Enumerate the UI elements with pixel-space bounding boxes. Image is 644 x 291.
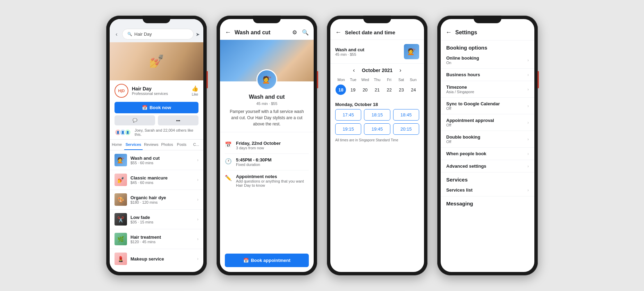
p4-setting-when-people-book[interactable]: When people book › [441, 148, 534, 160]
p4-setting-advanced[interactable]: Advanced settings › [441, 160, 534, 173]
p3-time-1945[interactable]: 19:45 [364, 123, 390, 135]
p4-online-booking-value: On [446, 61, 479, 65]
p1-share-icon[interactable]: ➤ [196, 32, 200, 37]
p4-page-title: Settings [455, 29, 477, 36]
p3-date-22[interactable]: 22 [384, 85, 395, 95]
p4-appointment-approval-value: Off [446, 123, 494, 127]
p1-search-input[interactable]: 🔍 Hair Day [122, 29, 194, 39]
p1-nav-more[interactable]: C... [189, 140, 203, 150]
p1-service-price-treat: $120 · 45 mins [130, 240, 194, 244]
phone-notch-3 [363, 16, 391, 23]
p3-time-1745[interactable]: 17:45 [335, 109, 361, 121]
p3-time-slots: 17:45 18:15 18:45 19:15 19:45 20:15 [330, 109, 424, 135]
p3-date-20[interactable]: 20 [360, 85, 370, 95]
p1-nav-reviews[interactable]: Reviews [143, 140, 160, 150]
p4-setting-appointment-approval[interactable]: Appointment approval Off › [441, 114, 534, 131]
p1-nav-services[interactable]: Services [124, 140, 143, 150]
phone-side-btn-2 [317, 71, 318, 88]
p1-nav-photos[interactable]: Photos [160, 140, 174, 150]
p3-service-info: Wash and cut 45 min · $55 💇 [330, 40, 424, 64]
p3-date-24[interactable]: 24 [408, 85, 419, 95]
p3-prev-month-button[interactable]: ‹ [353, 67, 355, 73]
p3-date-18[interactable]: 18 [336, 85, 346, 95]
p4-setting-business-hours[interactable]: Business hours › [441, 69, 534, 81]
p1-service-price-fade: $35 · 15 mins [130, 220, 194, 224]
phone-notch-1 [143, 16, 170, 23]
p1-friend-avatar-3: 👤 [124, 129, 131, 136]
p1-service-dye[interactable]: 🎨 Organic hair dye $180 · 120 mins › [110, 190, 203, 210]
p1-service-info-wash: Wash and cut $55 · 60 mins [130, 156, 194, 165]
p2-calendar-icon: 📅 [225, 141, 232, 148]
p1-service-manicure[interactable]: 💅 Classic manicure $45 · 60 mins › [110, 170, 203, 190]
p3-date-23[interactable]: 23 [396, 85, 407, 95]
p4-section-messaging: Messaging [441, 196, 534, 208]
p3-calendar-dates: 18 19 20 21 22 23 24 [335, 85, 419, 95]
p2-detail-notes[interactable]: ✏️ Appointment notes Add questions or an… [225, 170, 309, 191]
p3-time-1815[interactable]: 18:15 [364, 109, 390, 121]
p4-business-hours-label: Business hours [446, 72, 480, 77]
p3-page-title: Select date and time [345, 29, 395, 35]
p3-time-2015[interactable]: 20:15 [393, 123, 419, 135]
p3-calendar-header: ‹ October 2021 › [335, 67, 419, 73]
p2-back-button[interactable]: ← [225, 29, 231, 36]
p1-more-button[interactable]: ••• [158, 115, 198, 125]
p2-search-icon[interactable]: 🔍 [302, 29, 309, 36]
p1-service-treat[interactable]: 🌿 Hair treatment $120 · 45 mins › [110, 229, 203, 249]
p4-double-booking-value: Off [446, 140, 480, 144]
p1-nav-posts[interactable]: Posts [175, 140, 189, 150]
p1-service-thumb-makeup: 💄 [115, 253, 127, 265]
phone-4-screen: ← Settings Booking options Online bookin… [441, 19, 534, 272]
p1-business-sub: Professional services [132, 91, 168, 96]
p4-setting-google-calendar[interactable]: Sync to Google Calendar Off › [441, 98, 534, 114]
p1-arrow-makeup: › [197, 256, 198, 261]
p4-advanced-arrow: › [527, 164, 529, 169]
p2-gear-icon[interactable]: ⚙ [292, 29, 297, 36]
p1-book-now-button[interactable]: 📅 Book now [115, 102, 198, 113]
p2-time-primary: 5:45PM - 6:30PM [236, 157, 272, 162]
p2-book-appointment-button[interactable]: 📅 Book appointment [225, 254, 309, 267]
p4-setting-services-list[interactable]: Services list › [441, 184, 534, 196]
p1-back-icon[interactable]: ‹ [113, 31, 120, 37]
phone2-content: ← Wash and cut ⚙ 🔍 💇 Wash and cut 45 min… [220, 19, 314, 272]
p2-page-title: Wash and cut [235, 29, 289, 36]
p3-date-21[interactable]: 21 [372, 85, 382, 95]
p4-google-calendar-arrow: › [527, 104, 529, 108]
p1-service-makeup[interactable]: 💄 Makeup service › [110, 249, 203, 268]
p4-business-hours-arrow: › [527, 72, 529, 77]
p1-service-wash-cut[interactable]: 💇 Wash and cut $55 · 60 mins › [110, 150, 203, 170]
p1-service-fade[interactable]: ✂️ Low fade $35 · 15 mins › [110, 210, 203, 229]
p1-messenger-button[interactable]: 💬 [115, 115, 155, 125]
p3-date-19[interactable]: 19 [348, 85, 358, 95]
p3-time-1915[interactable]: 19:15 [335, 123, 361, 135]
p2-pencil-icon: ✏️ [225, 175, 232, 181]
p3-back-button[interactable]: ← [335, 29, 341, 36]
p4-timezone-info: Timezone Asia / Singapore [446, 85, 474, 94]
p4-setting-timezone[interactable]: Timezone Asia / Singapore › [441, 81, 534, 98]
p3-time-1845[interactable]: 18:45 [393, 109, 419, 121]
p4-setting-online-booking[interactable]: Online booking On › [441, 52, 534, 69]
p1-service-info-fade: Low fade $35 · 15 mins [130, 215, 194, 224]
phone-side-btn-4 [537, 71, 539, 88]
p1-arrow-fade: › [197, 217, 198, 222]
p2-notes-primary: Appointment notes [236, 174, 309, 179]
p1-book-calendar-icon: 📅 [142, 105, 147, 110]
p3-next-month-button[interactable]: › [399, 67, 401, 73]
p2-details-section: 📅 Friday, 22nd October 3 days from now 🕐… [220, 132, 314, 250]
phone-notch-4 [474, 16, 501, 23]
p4-setting-double-booking[interactable]: Double booking Off › [441, 131, 534, 148]
p2-time-info: 5:45PM - 6:30PM Fixed duration [236, 157, 272, 167]
p4-double-booking-label: Double booking [446, 134, 480, 140]
p1-friends-section: 👤 👤 👤 Joey, Sarah and 22,004 others like… [110, 128, 203, 139]
p1-business-name: Hair Day [132, 86, 168, 91]
p1-service-name-manicure: Classic manicure [130, 175, 194, 180]
p4-business-hours-info: Business hours [446, 72, 480, 77]
p2-notes-secondary: Add questions or anything that you want … [236, 179, 309, 187]
p1-service-info-dye: Organic hair dye $180 · 120 mins [130, 195, 194, 204]
p4-back-button[interactable]: ← [446, 29, 452, 36]
p1-like-button[interactable]: 👍 Like [192, 85, 198, 96]
p4-appointment-approval-label: Appointment approval [446, 118, 494, 123]
p1-nav-home[interactable]: Home [110, 140, 124, 150]
phone-4: ← Settings Booking options Online bookin… [437, 16, 538, 275]
p3-service-name: Wash and cut [335, 47, 400, 52]
p3-day-sun: Sun [407, 77, 419, 82]
